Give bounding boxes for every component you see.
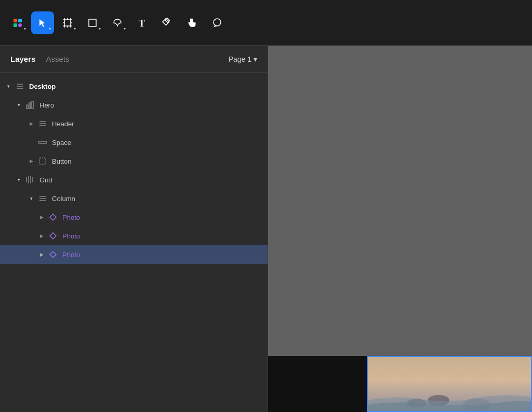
layer-label-photo2: Photo bbox=[62, 232, 80, 240]
sidebar-tabs: Layers Assets bbox=[10, 52, 69, 65]
main-area: Layers Assets Page 1 ▾ ▾ Desk bbox=[0, 46, 532, 412]
canvas-photo-panel bbox=[367, 356, 532, 412]
svg-rect-0 bbox=[14, 19, 17, 22]
svg-rect-32 bbox=[39, 158, 46, 164]
page-selector[interactable]: Page 1 ▾ bbox=[229, 55, 257, 63]
svg-rect-17 bbox=[89, 19, 96, 26]
comment-tool-button[interactable] bbox=[206, 11, 229, 34]
layer-label-button: Button bbox=[52, 157, 72, 165]
page-chevron-icon: ▾ bbox=[254, 55, 257, 63]
hand-tool-button[interactable] bbox=[181, 11, 204, 34]
layer-item-column[interactable]: ▾ Column bbox=[0, 189, 268, 208]
layer-label-space: Space bbox=[52, 139, 71, 147]
diamond-icon-photo3 bbox=[48, 249, 58, 260]
svg-rect-27 bbox=[32, 101, 33, 109]
frame-tool-button[interactable]: ▾ bbox=[56, 11, 79, 34]
layer-label-photo3: Photo bbox=[62, 251, 80, 259]
page-label: Page 1 bbox=[229, 55, 251, 63]
dashed-icon-button bbox=[37, 156, 48, 166]
sidebar-header: Layers Assets Page 1 ▾ bbox=[0, 46, 268, 73]
layer-label-desktop: Desktop bbox=[29, 83, 56, 90]
move-tool-button[interactable]: ▾ bbox=[31, 11, 54, 34]
layer-label-photo1: Photo bbox=[62, 214, 80, 221]
chevron-photo3[interactable]: ▶ bbox=[37, 250, 46, 259]
component-tool-button[interactable] bbox=[156, 11, 179, 34]
shape-tool-chevron: ▾ bbox=[99, 26, 101, 31]
layer-item-space[interactable]: ▶ Space bbox=[0, 133, 268, 152]
toolbar: ▾ ▾ ▾ ▾ bbox=[0, 0, 532, 46]
pen-tool-button[interactable]: ▾ bbox=[106, 11, 129, 34]
space-icon bbox=[37, 137, 48, 148]
svg-rect-3 bbox=[18, 23, 22, 27]
layer-item-button[interactable]: ▶ Button bbox=[0, 152, 268, 170]
chevron-hero[interactable]: ▾ bbox=[15, 101, 23, 109]
chevron-header[interactable]: ▶ bbox=[27, 119, 35, 128]
svg-rect-25 bbox=[26, 105, 28, 109]
chevron-column[interactable]: ▾ bbox=[27, 194, 35, 203]
layer-label-header: Header bbox=[52, 120, 74, 128]
layer-item-grid[interactable]: ▾ Grid bbox=[0, 170, 268, 189]
pen-tool-chevron: ▾ bbox=[124, 26, 126, 31]
layer-item-hero[interactable]: ▾ Hero bbox=[0, 96, 268, 114]
svg-rect-31 bbox=[38, 141, 47, 143]
frame-tool-chevron: ▾ bbox=[74, 26, 76, 31]
layer-label-hero: Hero bbox=[39, 101, 54, 109]
svg-text:T: T bbox=[139, 18, 145, 29]
layer-label-column: Column bbox=[52, 195, 75, 203]
canvas-area[interactable] bbox=[268, 46, 532, 412]
svg-point-21 bbox=[214, 19, 221, 26]
canvas-dark-panel bbox=[268, 356, 367, 412]
svg-rect-1 bbox=[18, 19, 22, 22]
layer-item-photo3[interactable]: ▶ Photo bbox=[0, 245, 268, 264]
diamond-icon-photo2 bbox=[48, 231, 58, 241]
layer-item-photo1[interactable]: ▶ Photo bbox=[0, 208, 268, 227]
layer-item-desktop[interactable]: ▾ Desktop bbox=[0, 77, 268, 96]
grid-icon bbox=[25, 175, 35, 185]
chevron-photo2[interactable]: ▶ bbox=[37, 232, 46, 240]
diamond-icon-photo1 bbox=[48, 212, 58, 222]
layers-panel: ▾ Desktop ▾ bbox=[0, 73, 268, 412]
svg-rect-26 bbox=[29, 103, 31, 109]
layer-label-grid: Grid bbox=[39, 176, 52, 184]
sidebar: Layers Assets Page 1 ▾ ▾ Desk bbox=[0, 46, 268, 412]
chevron-photo1[interactable]: ▶ bbox=[37, 213, 46, 221]
tab-layers[interactable]: Layers bbox=[10, 52, 35, 65]
svg-rect-4 bbox=[64, 20, 71, 26]
list-icon-desktop bbox=[15, 81, 25, 91]
canvas-image-preview bbox=[268, 356, 532, 412]
text-tool-button[interactable]: T bbox=[131, 11, 154, 34]
layer-item-photo2[interactable]: ▶ Photo bbox=[0, 227, 268, 245]
figma-menu-button[interactable]: ▾ bbox=[6, 11, 29, 34]
chevron-button[interactable]: ▶ bbox=[27, 157, 35, 165]
shape-tool-button[interactable]: ▾ bbox=[81, 11, 104, 34]
list-icon-header bbox=[37, 118, 48, 129]
chevron-grid[interactable]: ▾ bbox=[15, 176, 23, 184]
move-tool-chevron: ▾ bbox=[49, 26, 51, 31]
chevron-desktop[interactable]: ▾ bbox=[4, 82, 12, 90]
layer-item-header[interactable]: ▶ Header bbox=[0, 114, 268, 133]
svg-rect-2 bbox=[14, 23, 17, 27]
tab-assets[interactable]: Assets bbox=[46, 52, 69, 65]
figma-menu-chevron: ▾ bbox=[24, 26, 26, 31]
list-icon-column bbox=[37, 193, 48, 204]
chart-icon-hero bbox=[25, 100, 35, 110]
